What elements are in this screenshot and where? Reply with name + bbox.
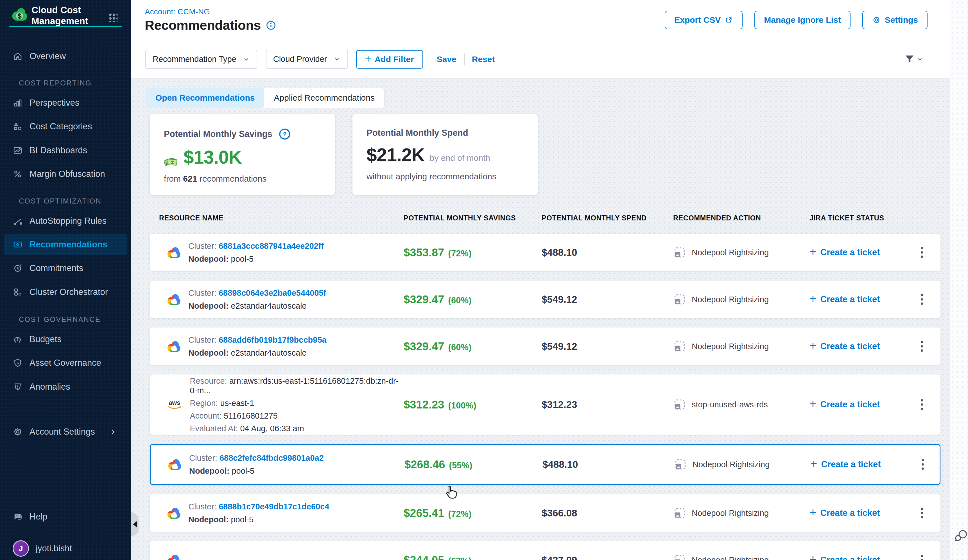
- plus-icon: +: [809, 507, 817, 519]
- create-ticket-link[interactable]: +Create a ticket: [809, 247, 916, 258]
- potential-monthly-savings-card: Potential Monthly Savings ? $: [150, 114, 335, 195]
- tab-applied-recommendations[interactable]: Applied Recommendations: [264, 88, 384, 108]
- create-ticket-link[interactable]: +Create a ticket: [809, 341, 916, 352]
- cluster-link[interactable]: 6888b1c70e49db17c1de60c4: [219, 502, 329, 511]
- app-switcher-grid-icon[interactable]: [108, 12, 118, 22]
- filter-panel-toggle[interactable]: [904, 54, 923, 65]
- recommendation-type-dropdown[interactable]: Recommendation Type: [145, 50, 257, 69]
- row-menu-button[interactable]: [916, 246, 928, 258]
- tab-open-recommendations[interactable]: Open Recommendations: [146, 88, 264, 108]
- cluster-link[interactable]: 688add6fb019b17f9bccb95a: [219, 335, 327, 345]
- sidebar-item-recommendations[interactable]: Recommendations: [4, 234, 127, 255]
- plus-icon: +: [365, 53, 371, 64]
- main-content: Account: CCM-NG Recommendations Export C…: [131, 0, 950, 560]
- sidebar-item-autostopping-rules[interactable]: AutoStopping Rules: [4, 210, 127, 232]
- bi-dashboards-icon: [13, 145, 23, 156]
- table-row[interactable]: Cluster: 6888b1c70e49db17c1de60c4 Nodepo…: [150, 494, 940, 532]
- sidebar-item-overview[interactable]: Overview: [4, 46, 127, 67]
- avatar: J: [13, 540, 29, 557]
- sidebar-item-bi-dashboards[interactable]: BI Dashboards: [4, 140, 127, 161]
- cluster-link[interactable]: 6881a3ccc887941a4ee202ff: [219, 242, 324, 250]
- reset-filter-link[interactable]: Reset: [472, 55, 495, 64]
- manage-ignore-list-button[interactable]: Manage Ignore List: [754, 11, 850, 29]
- cluster-link[interactable]: 68898c064e3e2ba0e544005f: [219, 288, 326, 297]
- table-row[interactable]: Resource: arn:aws:rds:us-east-1:51161680…: [150, 374, 940, 435]
- sidebar-item-commitments[interactable]: Commitments: [4, 257, 127, 279]
- row-menu-button[interactable]: [916, 507, 928, 519]
- spend-value: $21.2K: [366, 144, 425, 166]
- kebab-icon: [921, 559, 923, 560]
- action-cell: stop-unused-aws-rds: [673, 398, 809, 411]
- table-row[interactable]: Cluster: 688add6fb019b17f9bccb95a Nodepo…: [150, 328, 940, 365]
- sidebar-item-margin-obfuscation[interactable]: Margin Obfuscation: [4, 163, 127, 185]
- sidebar-item-label: Budgets: [30, 334, 61, 345]
- sidebar-item-perspectives[interactable]: Perspectives: [4, 92, 127, 114]
- create-ticket-link[interactable]: +Create a ticket: [809, 508, 916, 519]
- create-ticket-link[interactable]: +Create a ticket: [809, 294, 916, 305]
- cluster-link[interactable]: 688c2fefc84fbdc99801a0a2: [219, 454, 324, 462]
- sidebar-item-budgets[interactable]: $ Budgets: [4, 329, 127, 350]
- action-cell: Nodepool Rightsizing: [673, 246, 809, 259]
- sidebar-collapse-handle[interactable]: [131, 512, 139, 537]
- filter-divider: [464, 53, 465, 66]
- sidebar-item-anomalies[interactable]: Anomalies: [4, 376, 127, 398]
- recommendations-tabs: Open Recommendations Applied Recommendat…: [146, 88, 385, 108]
- create-ticket-link[interactable]: +Create a ticket: [811, 459, 917, 470]
- anomaly-alert-icon: [13, 382, 23, 392]
- sidebar-item-label: Asset Governance: [30, 358, 101, 368]
- export-csv-button[interactable]: Export CSV: [665, 11, 743, 29]
- table-row[interactable]: Cluster: 6886e92f59a48cad86b5b1c6 $244.0…: [150, 541, 940, 560]
- sidebar-user[interactable]: J jyoti.bisht: [4, 538, 127, 559]
- settings-button[interactable]: Settings: [862, 11, 928, 29]
- row-menu-button[interactable]: [916, 340, 928, 353]
- help-circle-icon[interactable]: ?: [278, 128, 291, 140]
- plus-icon: +: [811, 458, 817, 470]
- support-chat-icon[interactable]: [953, 529, 968, 543]
- cloud-provider-dropdown[interactable]: Cloud Provider: [266, 50, 348, 69]
- col-resource-name: RESOURCE NAME: [150, 214, 404, 222]
- commitments-clock-icon: [13, 263, 23, 273]
- savings-cell: $265.41(72%): [404, 507, 542, 520]
- sidebar-item-label: Perspectives: [30, 98, 79, 108]
- col-recommended-action: RECOMMENDED ACTION: [673, 214, 809, 222]
- row-menu-button[interactable]: [917, 458, 929, 471]
- sidebar-item-account-settings[interactable]: Account Settings: [4, 421, 127, 442]
- scrollbar-gutter[interactable]: [950, 0, 968, 560]
- kebab-icon: [921, 345, 923, 348]
- sidebar-item-asset-governance[interactable]: $ Asset Governance: [4, 352, 127, 374]
- filter-bar: Recommendation Type Cloud Provider + Add…: [131, 40, 950, 79]
- kebab-icon: [922, 463, 924, 466]
- savings-cell: $329.47(60%): [404, 293, 542, 306]
- spend-cell: $312.23: [542, 399, 673, 410]
- chevron-down-icon: [242, 56, 250, 63]
- sidebar-item-label: Commitments: [30, 263, 83, 273]
- content-body: Open Recommendations Applied Recommendat…: [131, 79, 950, 560]
- save-filter-link[interactable]: Save: [437, 55, 456, 64]
- spend-cell: $549.12: [542, 294, 673, 305]
- funnel-icon: [904, 54, 915, 65]
- add-filter-button[interactable]: + Add Filter: [356, 50, 423, 69]
- create-ticket-link[interactable]: +Create a ticket: [809, 555, 916, 560]
- sidebar-section-cost-reporting: COST REPORTING: [19, 79, 92, 87]
- sidebar-item-help[interactable]: ? Help: [4, 506, 127, 527]
- action-cell: Nodepool Rightsizing: [674, 458, 811, 471]
- kebab-icon: [921, 403, 923, 406]
- table-row-selected[interactable]: Cluster: 688c2fefc84fbdc99801a0a2 Nodepo…: [150, 444, 940, 485]
- table-row[interactable]: Cluster: 68898c064e3e2ba0e544005f Nodepo…: [150, 280, 940, 318]
- cost-categories-icon: [13, 121, 23, 132]
- breadcrumb-account-link[interactable]: Account: CCM-NG: [145, 7, 210, 16]
- row-menu-button[interactable]: [916, 398, 928, 411]
- table-row[interactable]: Cluster: 6881a3ccc887941a4ee202ff Nodepo…: [150, 234, 940, 271]
- sidebar-accent-rule: [9, 26, 122, 27]
- piggy-bank-icon: $: [13, 334, 23, 345]
- sidebar-item-cost-categories[interactable]: Cost Categories: [4, 116, 127, 137]
- sidebar-item-cluster-orchestrator[interactable]: Cluster Orchestrator: [4, 282, 127, 303]
- row-menu-button[interactable]: [916, 293, 928, 306]
- row-menu-button[interactable]: [916, 554, 928, 560]
- plus-icon: +: [809, 398, 817, 410]
- sidebar-item-label: Cost Categories: [30, 121, 92, 132]
- create-ticket-link[interactable]: +Create a ticket: [809, 399, 916, 410]
- info-icon[interactable]: [266, 20, 276, 30]
- ccm-recommendations-page: $ Cloud Cost Management Overview COST RE…: [0, 0, 968, 560]
- sidebar-divider: [4, 487, 123, 487]
